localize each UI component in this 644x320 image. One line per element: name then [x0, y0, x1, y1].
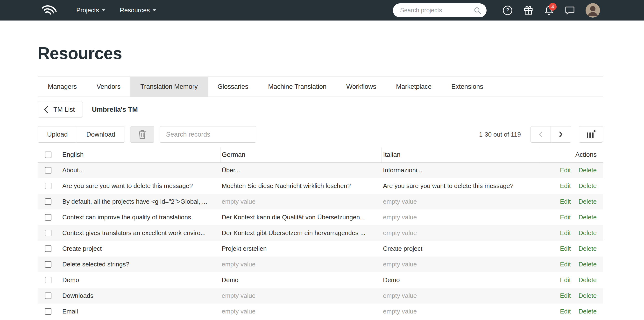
cell-english: Are you sure you want to delete this mes… — [61, 178, 220, 194]
row-checkbox[interactable] — [45, 245, 52, 252]
help-button[interactable]: ? — [497, 0, 518, 20]
svg-text:?: ? — [506, 7, 509, 13]
delete-link[interactable]: Delete — [578, 261, 597, 268]
delete-link[interactable]: Delete — [578, 229, 597, 237]
cell-german: empty value — [220, 194, 382, 210]
edit-link[interactable]: Edit — [560, 276, 571, 284]
row-checkbox-cell — [38, 304, 61, 319]
tab[interactable]: Managers — [38, 77, 87, 96]
edit-link[interactable]: Edit — [560, 229, 571, 237]
delete-records-button[interactable] — [130, 126, 154, 143]
header-checkbox-cell — [38, 147, 61, 162]
main-content: Resources ManagersVendorsTranslation Mem… — [38, 44, 603, 319]
row-checkbox[interactable] — [45, 230, 52, 236]
delete-link[interactable]: Delete — [578, 292, 597, 300]
cell-german: Möchten Sie diese Nachricht wirklich lös… — [220, 178, 382, 194]
cell-english: Context can improve the quality of trans… — [61, 210, 220, 225]
delete-link[interactable]: Delete — [578, 198, 597, 205]
edit-link[interactable]: Edit — [560, 167, 571, 174]
tab[interactable]: Machine Translation — [258, 77, 336, 96]
tm-title: Umbrella's TM — [92, 106, 138, 113]
edit-link[interactable]: Edit — [560, 214, 571, 221]
edit-link[interactable]: Edit — [560, 245, 571, 253]
nav-projects-label: Projects — [76, 6, 99, 14]
cell-english: Email — [61, 304, 220, 319]
cell-actions: Edit Delete — [540, 241, 603, 257]
table-row: Context can improve the quality of trans… — [38, 210, 603, 225]
search-records-input[interactable] — [160, 126, 256, 143]
app-logo[interactable] — [39, 3, 58, 17]
cell-italian: Create project — [382, 241, 540, 257]
tabs: ManagersVendorsTranslation MemoryGlossar… — [38, 76, 603, 97]
chevron-left-icon — [44, 106, 48, 113]
tm-toolbar: Upload Download 1-30 out of 119 — [38, 126, 603, 143]
tab[interactable]: Extensions — [442, 77, 493, 96]
nav-resources-label: Resources — [120, 6, 150, 14]
tab[interactable]: Workflows — [336, 77, 386, 96]
row-checkbox[interactable] — [45, 198, 52, 205]
cell-english: Context gives translators an excellent w… — [61, 225, 220, 241]
tab[interactable]: Translation Memory — [130, 77, 208, 96]
cell-actions: Edit Delete — [540, 257, 603, 272]
messages-button[interactable] — [560, 0, 580, 20]
back-to-tm-list-button[interactable]: TM List — [38, 102, 83, 117]
trash-icon — [138, 129, 146, 139]
search-projects-input[interactable] — [393, 3, 486, 17]
notifications-button[interactable]: 4 — [539, 0, 560, 20]
table-row: Are you sure you want to delete this mes… — [38, 178, 603, 194]
pagination-range: 1-30 out of 119 — [479, 131, 521, 138]
page-title: Resources — [38, 44, 603, 63]
tab[interactable]: Marketplace — [386, 77, 442, 96]
download-button[interactable]: Download — [77, 126, 125, 143]
delete-link[interactable]: Delete — [578, 167, 597, 174]
cell-english: Downloads — [61, 288, 220, 304]
nav-projects[interactable]: Projects — [69, 0, 112, 20]
cell-actions: Edit Delete — [540, 272, 603, 288]
row-checkbox-cell — [38, 194, 61, 210]
edit-link[interactable]: Edit — [560, 261, 571, 268]
row-checkbox-cell — [38, 210, 61, 225]
row-checkbox[interactable] — [45, 183, 52, 189]
delete-link[interactable]: Delete — [578, 245, 597, 253]
cell-actions: Edit Delete — [540, 178, 603, 194]
delete-link[interactable]: Delete — [578, 308, 597, 315]
nav-resources[interactable]: Resources — [112, 0, 163, 20]
upload-button[interactable]: Upload — [38, 126, 77, 143]
delete-link[interactable]: Delete — [578, 276, 597, 284]
delete-link[interactable]: Delete — [578, 182, 597, 190]
prev-page-button[interactable] — [530, 126, 551, 143]
row-checkbox[interactable] — [45, 167, 52, 174]
gift-button[interactable] — [518, 0, 539, 20]
chevron-left-icon — [539, 131, 542, 138]
edit-link[interactable]: Edit — [560, 198, 571, 205]
cell-italian: empty value — [382, 257, 540, 272]
select-all-checkbox[interactable] — [45, 152, 52, 158]
chat-icon — [564, 5, 576, 16]
table-body: About... Über... Informazioni... Edit De… — [38, 162, 603, 319]
app-logo-icon — [39, 3, 58, 17]
tab[interactable]: Vendors — [87, 77, 130, 96]
delete-link[interactable]: Delete — [578, 214, 597, 221]
search-icon[interactable] — [474, 6, 482, 16]
cell-italian: empty value — [382, 304, 540, 319]
table-row: Delete selected strings? empty value emp… — [38, 257, 603, 272]
edit-link[interactable]: Edit — [560, 182, 571, 190]
avatar[interactable] — [586, 3, 600, 18]
row-checkbox[interactable] — [45, 293, 52, 299]
column-header-actions: Actions — [540, 147, 603, 162]
next-page-button[interactable] — [551, 126, 571, 143]
row-checkbox[interactable] — [45, 261, 52, 268]
cell-actions: Edit Delete — [540, 162, 603, 178]
cell-german: Demo — [220, 272, 382, 288]
topbar-icons: ? 4 — [497, 0, 600, 20]
row-checkbox[interactable] — [45, 277, 52, 283]
edit-link[interactable]: Edit — [560, 308, 571, 315]
manage-columns-button[interactable] — [579, 126, 603, 143]
table-header-row: English German Italian Actions — [38, 147, 603, 162]
cell-english: About... — [61, 162, 220, 178]
gift-icon — [523, 5, 534, 16]
row-checkbox[interactable] — [45, 308, 52, 315]
row-checkbox[interactable] — [45, 214, 52, 221]
tab[interactable]: Glossaries — [208, 77, 258, 96]
edit-link[interactable]: Edit — [560, 292, 571, 300]
